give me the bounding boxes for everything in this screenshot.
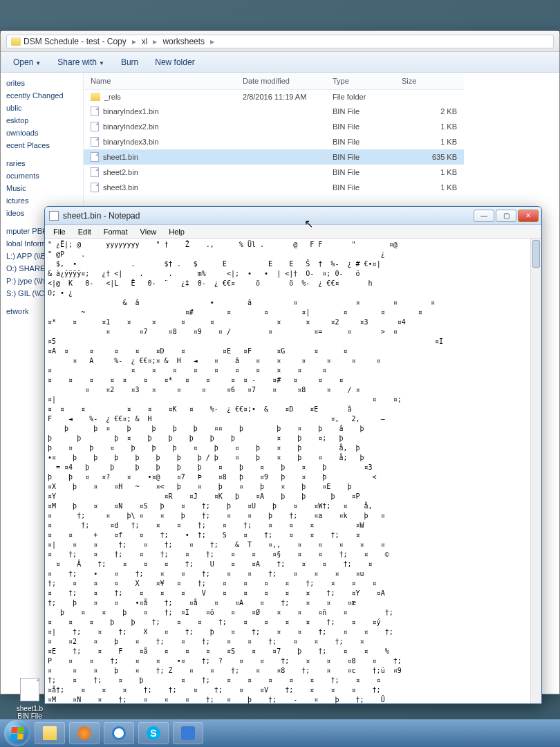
column-modified[interactable]: Date modified bbox=[236, 73, 326, 90]
file-name: binaryIndex3.bin bbox=[103, 138, 159, 146]
file-size: 2 KB bbox=[395, 104, 464, 119]
chevron-right-icon: ▸ bbox=[207, 37, 217, 46]
file-icon bbox=[91, 107, 99, 116]
desktop-file-name: sheet1.b bbox=[10, 705, 50, 712]
media-player-icon bbox=[77, 726, 91, 740]
taskbar: S bbox=[0, 719, 560, 747]
chevron-right-icon: ▸ bbox=[150, 37, 160, 46]
file-size: 1 KB bbox=[395, 119, 464, 134]
notepad-menubar: File Edit Format View Help bbox=[45, 225, 541, 239]
desktop-shortcut-sheet1[interactable]: sheet1.b BIN File bbox=[10, 678, 50, 720]
open-button[interactable]: Open▼ bbox=[6, 55, 48, 69]
notepad-text-area[interactable]: " ¿Ë|; @ yyyyyyyy " † Ž ., % Ül . @ F F … bbox=[45, 239, 530, 703]
file-size bbox=[395, 90, 464, 104]
vertical-scrollbar[interactable] bbox=[530, 239, 541, 703]
file-modified: 2/8/2016 11:19 AM bbox=[236, 90, 326, 104]
sidebar-item[interactable]: Music bbox=[3, 182, 80, 194]
dropdown-arrow-icon: ▼ bbox=[99, 60, 104, 66]
sidebar-item[interactable]: ocuments bbox=[3, 169, 80, 182]
menu-help[interactable]: Help bbox=[163, 226, 190, 237]
breadcrumb-seg-2[interactable]: worksheets bbox=[160, 37, 207, 46]
notepad-window: sheet1.bin - Notepad — ▢ ✕ File Edit For… bbox=[44, 206, 542, 704]
share-with-button[interactable]: Share with▼ bbox=[50, 55, 111, 69]
file-size: 1 KB bbox=[395, 134, 464, 149]
folder-icon bbox=[11, 37, 21, 46]
file-name: binaryIndex1.bin bbox=[103, 107, 159, 116]
sidebar-item[interactable]: ictures bbox=[3, 194, 80, 207]
sidebar-item[interactable]: ublic bbox=[3, 102, 80, 114]
menu-format[interactable]: Format bbox=[98, 226, 133, 237]
file-type: File folder bbox=[326, 90, 395, 104]
sidebar-item[interactable]: orites bbox=[3, 77, 80, 89]
column-size[interactable]: Size bbox=[395, 73, 464, 90]
sidebar-item[interactable]: ecent Places bbox=[3, 139, 80, 151]
taskbar-app2-button[interactable] bbox=[173, 722, 203, 744]
maximize-button[interactable]: ▢ bbox=[496, 210, 516, 222]
file-icon bbox=[91, 183, 99, 192]
skype-icon: S bbox=[147, 726, 160, 740]
file-modified bbox=[236, 165, 326, 180]
file-type: BIN File bbox=[326, 149, 395, 165]
file-size: 1 KB bbox=[395, 165, 464, 180]
file-type: BIN File bbox=[326, 119, 395, 134]
ie-icon bbox=[112, 726, 126, 740]
file-name: sheet2.bin bbox=[103, 168, 138, 176]
taskbar-ie-button[interactable] bbox=[104, 722, 134, 744]
column-name[interactable]: Name bbox=[84, 73, 236, 90]
menu-file[interactable]: File bbox=[48, 226, 71, 237]
breadcrumb-seg-0[interactable]: DSM Schedule - test - Copy bbox=[21, 37, 129, 46]
taskbar-app-button[interactable]: S bbox=[138, 722, 169, 744]
file-icon bbox=[91, 152, 99, 162]
file-name: binaryIndex2.bin bbox=[103, 122, 159, 131]
file-type: BIN File bbox=[326, 134, 395, 149]
app-icon bbox=[181, 726, 195, 740]
chevron-right-icon: ▸ bbox=[129, 37, 139, 46]
menu-view[interactable]: View bbox=[135, 226, 162, 237]
folder-icon bbox=[43, 726, 57, 740]
close-button[interactable]: ✕ bbox=[518, 210, 539, 222]
sidebar-item[interactable]: raries bbox=[3, 157, 80, 169]
file-icon bbox=[91, 122, 99, 131]
file-modified bbox=[236, 104, 326, 119]
notepad-icon bbox=[49, 211, 59, 221]
file-size: 635 KB bbox=[395, 149, 464, 165]
menu-edit[interactable]: Edit bbox=[73, 226, 97, 237]
start-button[interactable] bbox=[4, 720, 30, 746]
sidebar-item[interactable]: esktop bbox=[3, 114, 80, 127]
address-bar[interactable]: DSM Schedule - test - Copy ▸ xl ▸ worksh… bbox=[1, 31, 559, 52]
taskbar-explorer-button[interactable] bbox=[35, 722, 65, 744]
minimize-button[interactable]: — bbox=[474, 210, 494, 222]
file-name: _rels bbox=[104, 93, 121, 101]
file-modified bbox=[236, 119, 326, 134]
breadcrumb[interactable]: DSM Schedule - test - Copy ▸ xl ▸ worksh… bbox=[6, 35, 554, 48]
notepad-titlebar[interactable]: sheet1.bin - Notepad — ▢ ✕ bbox=[45, 207, 541, 225]
file-type: BIN File bbox=[326, 165, 395, 180]
taskbar-mediaplayer-button[interactable] bbox=[69, 722, 100, 744]
column-type[interactable]: Type bbox=[326, 73, 395, 90]
explorer-toolbar: Open▼ Share with▼ Burn New folder bbox=[1, 52, 559, 73]
new-folder-button[interactable]: New folder bbox=[148, 55, 201, 69]
sidebar-item[interactable]: ecently Changed bbox=[3, 89, 80, 102]
file-icon bbox=[91, 167, 99, 177]
windows-logo-icon bbox=[10, 727, 24, 739]
file-name: sheet1.bin bbox=[103, 153, 138, 161]
breadcrumb-seg-1[interactable]: xl bbox=[139, 37, 151, 46]
scrollbar-thumb[interactable] bbox=[532, 240, 540, 268]
file-size: 1 KB bbox=[395, 180, 464, 195]
file-modified bbox=[236, 149, 326, 165]
file-modified bbox=[236, 134, 326, 149]
burn-button[interactable]: Burn bbox=[114, 55, 145, 69]
file-type: BIN File bbox=[326, 180, 395, 195]
folder-icon bbox=[91, 93, 100, 101]
file-name: sheet3.bin bbox=[103, 183, 138, 192]
file-modified bbox=[236, 180, 326, 195]
file-type: BIN File bbox=[326, 104, 395, 119]
sidebar-item[interactable]: ownloads bbox=[3, 127, 80, 139]
file-icon bbox=[91, 137, 99, 147]
file-icon bbox=[20, 678, 39, 701]
dropdown-arrow-icon: ▼ bbox=[35, 60, 41, 66]
notepad-title: sheet1.bin - Notepad bbox=[63, 211, 474, 221]
